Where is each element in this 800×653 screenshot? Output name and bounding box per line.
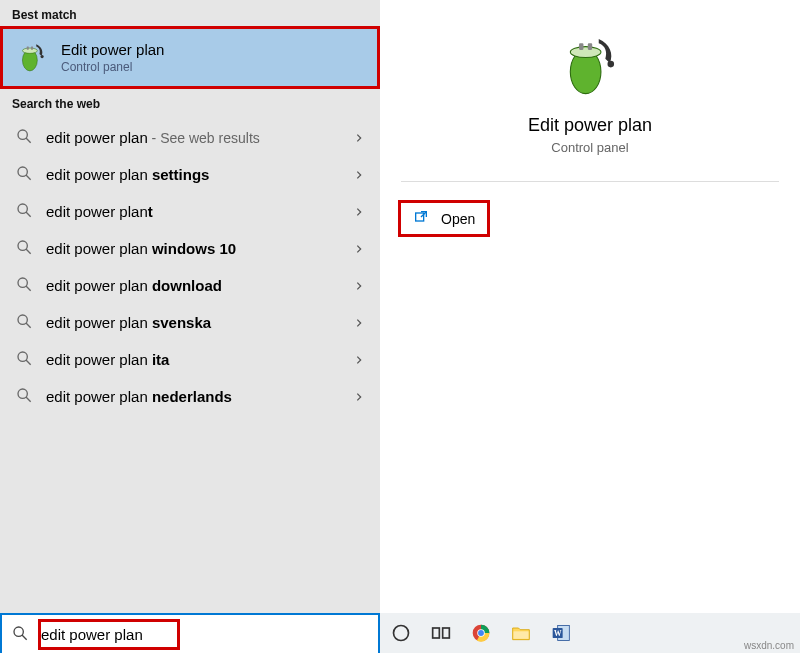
web-result-item[interactable]: edit power plan svenska [0,304,380,341]
battery-icon [555,28,625,101]
svg-point-26 [570,47,601,58]
chevron-right-icon [354,278,364,294]
svg-point-37 [478,630,484,636]
task-view-icon[interactable] [430,622,452,644]
web-result-text: edit power plant [46,203,354,220]
search-icon [16,202,46,221]
svg-rect-28 [588,43,592,50]
svg-rect-3 [27,46,29,49]
best-match-item[interactable]: Edit power plan Control panel [0,26,380,89]
search-web-header: Search the web [0,89,380,115]
preview-subtitle: Control panel [551,140,628,155]
open-icon [413,209,441,228]
svg-rect-30 [416,213,424,221]
search-icon [16,313,46,332]
chevron-right-icon [354,315,364,331]
chevron-right-icon [354,130,364,146]
search-icon [16,387,46,406]
web-result-text: edit power plan settings [46,166,354,183]
search-icon [16,350,46,369]
battery-icon [15,39,61,76]
svg-rect-34 [443,628,450,638]
open-label: Open [441,211,475,227]
search-icon [16,276,46,295]
search-icon [12,625,38,644]
svg-line-17 [26,323,31,328]
svg-rect-38 [514,631,529,639]
svg-point-6 [18,130,27,139]
svg-point-8 [18,167,27,176]
svg-point-32 [394,626,409,641]
search-results-panel: Best match Edit power plan Control panel… [0,0,380,653]
search-icon [16,128,46,147]
search-bar[interactable] [0,613,380,653]
best-match-header: Best match [0,0,380,26]
best-match-subtitle: Control panel [61,60,164,74]
svg-text:W: W [554,629,562,638]
web-result-text: edit power plan ita [46,351,354,368]
search-input[interactable] [41,626,171,643]
svg-point-14 [18,278,27,287]
web-result-item[interactable]: edit power plan windows 10 [0,230,380,267]
web-result-text: edit power plan nederlands [46,388,354,405]
svg-point-18 [18,352,27,361]
web-result-item[interactable]: edit power plan - See web results [0,119,380,156]
web-result-text: edit power plan - See web results [46,129,354,146]
divider [401,181,779,182]
web-result-text: edit power plan download [46,277,354,294]
cortana-icon[interactable] [390,622,412,644]
file-explorer-icon[interactable] [510,622,532,644]
chevron-right-icon [354,204,364,220]
word-icon[interactable]: W [550,622,572,644]
open-action[interactable]: Open [398,200,490,237]
svg-line-11 [26,212,31,217]
svg-line-15 [26,286,31,291]
web-result-item[interactable]: edit power plan ita [0,341,380,378]
web-result-item[interactable]: edit power plan nederlands [0,378,380,415]
web-result-item[interactable]: edit power plan download [0,267,380,304]
taskbar: W [380,613,800,653]
svg-line-9 [26,175,31,180]
web-result-text: edit power plan svenska [46,314,354,331]
svg-line-23 [22,635,27,640]
web-result-item[interactable]: edit power plant [0,193,380,230]
svg-rect-33 [433,628,440,638]
svg-line-7 [26,138,31,143]
chevron-right-icon [354,352,364,368]
chevron-right-icon [354,167,364,183]
svg-line-13 [26,249,31,254]
svg-point-16 [18,315,27,324]
web-result-text: edit power plan windows 10 [46,240,354,257]
svg-point-22 [14,627,23,636]
chrome-icon[interactable] [470,622,492,644]
best-match-title: Edit power plan [61,41,164,58]
preview-panel: Edit power plan Control panel Open [380,0,800,653]
preview-title: Edit power plan [528,115,652,136]
svg-point-5 [41,55,44,58]
chevron-right-icon [354,389,364,405]
svg-point-20 [18,389,27,398]
svg-point-29 [608,61,615,68]
svg-point-2 [22,48,37,53]
web-result-item[interactable]: edit power plan settings [0,156,380,193]
search-icon [16,239,46,258]
search-icon [16,165,46,184]
chevron-right-icon [354,241,364,257]
svg-point-10 [18,204,27,213]
watermark: wsxdn.com [744,640,794,651]
web-results-list: edit power plan - See web results edit p… [0,115,380,415]
svg-line-19 [26,360,31,365]
svg-rect-27 [579,43,583,50]
svg-rect-4 [31,46,33,49]
svg-point-12 [18,241,27,250]
svg-line-21 [26,397,31,402]
